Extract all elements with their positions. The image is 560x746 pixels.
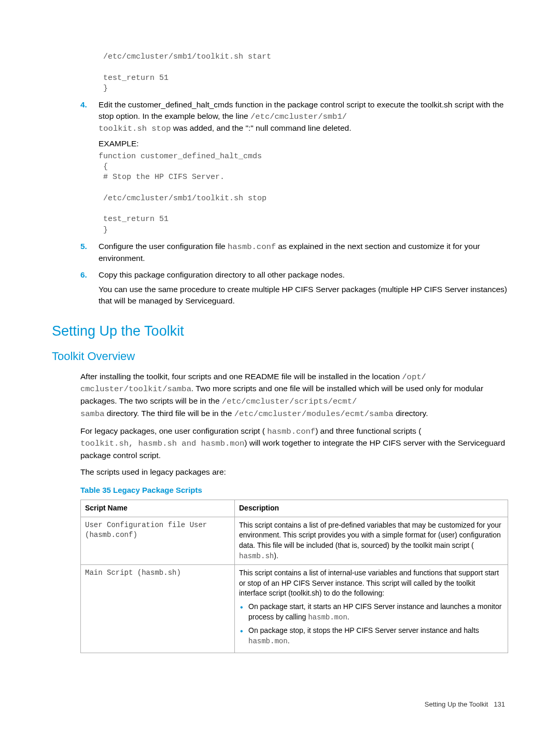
ov-p1-c2: cmcluster/toolkit/samba bbox=[80, 384, 191, 394]
ov-p1-c4: samba bbox=[80, 409, 105, 419]
code-block-halt: function customer_defined_halt_cmds { # … bbox=[99, 151, 508, 236]
page-footer: Setting Up the Toolkit 131 bbox=[67, 700, 508, 709]
ov-p2-b: ) and three functional scripts ( bbox=[315, 426, 421, 435]
row2-b2-b: . bbox=[288, 637, 290, 645]
row1-desc-b: ). bbox=[274, 551, 278, 560]
step-6-text: Copy this package configuration director… bbox=[99, 269, 508, 281]
overview-para-3: The scripts used in legacy packages are: bbox=[80, 466, 508, 478]
step-6-body: Copy this package configuration director… bbox=[99, 269, 508, 306]
row1-description: This script contains a list of pre-defin… bbox=[235, 517, 508, 564]
row2-script-name: Main Script (hasmb.sh) bbox=[81, 565, 235, 653]
overview-para-2: For legacy packages, one user configurat… bbox=[80, 425, 508, 461]
row2-b1-b: . bbox=[347, 613, 349, 621]
row1-desc-code: hasmb.sh bbox=[239, 552, 274, 560]
list-item: On package start, it starts an HP CIFS S… bbox=[239, 602, 503, 623]
ov-p1-a: After installing the toolkit, four scrip… bbox=[80, 372, 402, 381]
ov-p1-c1: /opt/ bbox=[402, 372, 426, 382]
footer-page-number: 131 bbox=[494, 700, 505, 708]
step-5: 5. Configure the user configuration file… bbox=[67, 241, 508, 264]
table-title: Table 35 Legacy Package Scripts bbox=[80, 485, 508, 495]
ov-p2-c2: toolkit.sh, hasmb.sh and hasmb.mon bbox=[80, 439, 244, 448]
overview-para-1: After installing the toolkit, four scrip… bbox=[80, 371, 508, 420]
step-4-body: Edit the customer_defined_halt_cmds func… bbox=[99, 99, 508, 135]
step-6-number: 6. bbox=[80, 269, 99, 306]
step-5-text-pre: Configure the user configuration file bbox=[99, 242, 228, 251]
section-title: Setting Up the Toolkit bbox=[52, 322, 508, 341]
step-4-code-2: toolkit.sh stop bbox=[99, 124, 171, 133]
row2-b2-a: On package stop, it stops the HP CIFS Se… bbox=[248, 626, 479, 634]
ov-p1-c: directory. The third file will be in the bbox=[105, 409, 234, 418]
ov-p2-a: For legacy packages, one user configurat… bbox=[80, 426, 267, 435]
footer-title: Setting Up the Toolkit bbox=[425, 700, 488, 708]
table-row: Main Script (hasmb.sh) This script conta… bbox=[81, 565, 508, 653]
row2-bullet-list: On package start, it starts an HP CIFS S… bbox=[239, 602, 503, 646]
table-header-description: Description bbox=[235, 500, 508, 517]
step-5-number: 5. bbox=[80, 241, 99, 264]
subsection-title: Toolkit Overview bbox=[52, 349, 508, 365]
list-item: On package stop, it stops the HP CIFS Se… bbox=[239, 626, 503, 646]
step-6: 6. Copy this package configuration direc… bbox=[67, 269, 508, 306]
step-4-number: 4. bbox=[80, 99, 99, 135]
step-4-code-1: /etc/cmcluster/smb1/ bbox=[250, 112, 347, 121]
row2-b1-code: hasmb.mon bbox=[308, 613, 347, 621]
example-label: EXAMPLE: bbox=[99, 138, 508, 149]
row1-desc-a: This script contains a list of pre-defin… bbox=[239, 521, 501, 549]
table-row: User Configuration file User (hasmb.conf… bbox=[81, 517, 508, 564]
step-5-body: Configure the user configuration file ha… bbox=[99, 241, 508, 264]
step-4-text-mid: was added, and the ":" null command line… bbox=[171, 123, 352, 132]
ov-p1-d: directory. bbox=[394, 409, 428, 418]
row1-script-name: User Configuration file User (hasmb.conf… bbox=[81, 517, 235, 564]
row2-desc-para: This script contains a list of internal-… bbox=[239, 568, 503, 599]
step-5-code: hasmb.conf bbox=[228, 242, 276, 252]
row2-description: This script contains a list of internal-… bbox=[235, 565, 508, 653]
row2-b2-code: hasmb.mon bbox=[248, 637, 288, 645]
table-header-script-name: Script Name bbox=[81, 500, 235, 517]
ov-p1-c5: /etc/cmcluster/modules/ecmt/samba bbox=[234, 409, 394, 419]
ov-p2-c1: hasmb.conf bbox=[267, 427, 315, 436]
code-block-start: /etc/cmcluster/smb1/toolkit.sh start tes… bbox=[99, 52, 508, 94]
ov-p1-c3: /etc/cmcluster/scripts/ecmt/ bbox=[222, 397, 357, 406]
step-4: 4. Edit the customer_defined_halt_cmds f… bbox=[67, 99, 508, 135]
legacy-package-scripts-table: Script Name Description User Configurati… bbox=[80, 500, 508, 653]
step-6-extra: You can use the same procedure to create… bbox=[99, 284, 508, 306]
row2-b1-a: On package start, it starts an HP CIFS S… bbox=[248, 602, 501, 621]
